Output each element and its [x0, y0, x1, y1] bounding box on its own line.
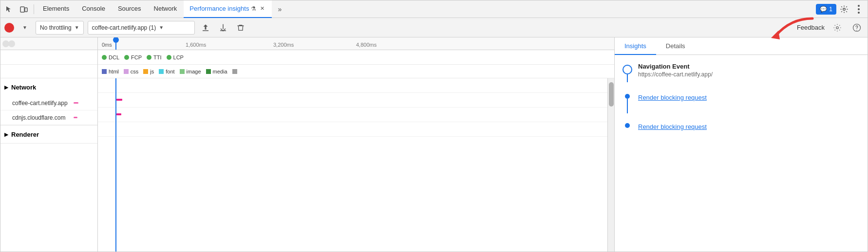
settings-icon[interactable] — [837, 2, 851, 16]
ruler-label-1600ms: 1,600ms — [186, 42, 206, 48]
upload-button[interactable] — [199, 21, 212, 35]
tab-elements[interactable]: Elements — [37, 0, 75, 18]
font-legend: font — [159, 69, 174, 74]
ruler-label-4800ms: 4,800ms — [356, 42, 377, 48]
resource-legend-bar: html css js font — [98, 65, 614, 78]
timeline-cursor-dot — [113, 37, 119, 43]
svg-point-7 — [836, 26, 839, 29]
cursor-icon[interactable] — [2, 2, 16, 16]
render-blocking-link-1[interactable]: Render blocking request — [638, 94, 707, 101]
more-tabs-icon[interactable]: » — [273, 2, 286, 16]
main-area: ▶ Network coffee-cart.netlify.app cdnjs.… — [0, 37, 868, 252]
other-legend — [232, 69, 237, 74]
timeline-ruler: 0ms 1,600ms 3,200ms 4,800ms — [98, 37, 614, 50]
help-icon[interactable] — [850, 21, 864, 35]
network-section-header[interactable]: ▶ Network — [0, 78, 97, 96]
image-legend: image — [180, 69, 201, 74]
render-blocking-link-2[interactable]: Render blocking request — [638, 123, 707, 130]
ruler-label-0ms: 0ms — [102, 42, 112, 48]
svg-point-4 — [858, 8, 860, 10]
network-section-title: Network — [11, 84, 36, 91]
sidebar-res-spacer — [0, 65, 98, 78]
svg-marker-6 — [771, 31, 780, 39]
js-legend: js — [143, 69, 154, 74]
css-legend: css — [124, 69, 139, 74]
renderer-section: ▶ Renderer — [0, 126, 97, 144]
tti-dot — [147, 55, 151, 60]
right-tabs: Insights Details — [615, 37, 868, 55]
timeline-track-4 — [98, 122, 614, 137]
chat-icon: 💬 — [820, 6, 827, 13]
right-panel: Insights Details Navigation Event https:… — [614, 37, 868, 252]
insight-timeline-1 — [623, 94, 632, 113]
timeline-scrollbar-thumb[interactable] — [609, 82, 614, 107]
list-item[interactable]: coffee-cart.netlify.app — [0, 96, 97, 110]
html-sq — [102, 69, 107, 74]
insight-content-1: Render blocking request — [638, 94, 707, 101]
sidebar-icon-2 — [8, 40, 15, 47]
tab-insights[interactable]: Insights — [615, 37, 656, 55]
insight-line-1 — [627, 99, 628, 113]
fcp-dot — [124, 55, 129, 60]
tab-network[interactable]: Network — [148, 0, 183, 18]
other-sq — [232, 69, 237, 74]
network-section: ▶ Network coffee-cart.netlify.app cdnjs.… — [0, 78, 97, 126]
tab-details[interactable]: Details — [656, 37, 695, 55]
css-sq — [124, 69, 129, 74]
timeline-track-2 — [98, 93, 614, 108]
timeline-scroll-area[interactable] — [98, 78, 614, 252]
device-toggle-icon[interactable] — [17, 2, 31, 16]
toolbar-row: ▼ No throttling ▼ coffee-cart.netlify.ap… — [0, 18, 868, 37]
ruler-label-3200ms: 3,200ms — [273, 42, 294, 48]
recording-dropdown[interactable]: coffee-cart.netlify.app (1) ▼ — [88, 21, 195, 35]
settings-gear-icon[interactable] — [830, 21, 844, 35]
navigation-event: Navigation Event https://coffee-cart.net… — [623, 63, 860, 82]
chat-badge-button[interactable]: 💬 1 — [816, 4, 836, 15]
insight-dot-2 — [625, 123, 630, 128]
tab-console[interactable]: Console — [76, 0, 111, 18]
kebab-menu-icon[interactable] — [852, 2, 866, 16]
nav-event-timeline — [623, 64, 632, 82]
image-sq — [180, 69, 185, 74]
timeline-tracks — [98, 78, 614, 252]
throttling-arrow-icon: ▼ — [75, 25, 79, 30]
svg-point-3 — [858, 5, 860, 7]
tti-legend: TTI — [147, 54, 162, 60]
dcl-dot — [102, 55, 107, 60]
recording-label: coffee-cart.netlify.app (1) — [92, 24, 156, 31]
svg-point-2 — [843, 8, 846, 10]
tab-performance-insights[interactable]: Performance insights ⚗ ✕ — [184, 0, 272, 18]
delete-button[interactable] — [234, 21, 247, 35]
download-button[interactable] — [216, 21, 230, 35]
nav-event-text: Navigation Event https://coffee-cart.net… — [638, 63, 713, 82]
recording-arrow-icon: ▼ — [159, 25, 164, 30]
tab-bar-left: Elements Console Sources Network Perform… — [2, 0, 286, 18]
tab-sources[interactable]: Sources — [112, 0, 147, 18]
red-arrow-indicator — [771, 16, 815, 43]
network-bar-1 — [74, 102, 78, 104]
network-expand-icon: ▶ — [4, 85, 8, 90]
svg-rect-0 — [20, 7, 24, 12]
list-item[interactable]: cdnjs.cloudflare.com — [0, 110, 97, 125]
event-legend-bar: DCL FCP TTI LCP — [98, 50, 614, 65]
left-side: ▶ Network coffee-cart.netlify.app cdnjs.… — [0, 37, 614, 252]
record-button[interactable] — [4, 23, 14, 33]
timeline-scrollbar[interactable] — [607, 78, 614, 252]
throttling-dropdown[interactable]: No throttling ▼ — [36, 21, 84, 35]
sidebar: ▶ Network coffee-cart.netlify.app cdnjs.… — [0, 37, 98, 252]
renderer-section-header[interactable]: ▶ Renderer — [0, 126, 97, 143]
js-sq — [143, 69, 148, 74]
network-request-bar-1 — [116, 99, 122, 101]
insight-item-2: Render blocking request — [623, 123, 860, 130]
html-legend: html — [102, 69, 119, 74]
timeline-main: 0ms 1,600ms 3,200ms 4,800ms — [98, 37, 614, 252]
sidebar-legend-spacer — [0, 50, 98, 65]
insight-dot-1 — [625, 94, 630, 99]
divider — [34, 4, 34, 14]
lcp-legend: LCP — [167, 54, 184, 60]
nav-event-line — [627, 74, 628, 82]
svg-rect-1 — [25, 8, 27, 12]
tab-close-icon[interactable]: ✕ — [258, 5, 266, 13]
tab-bar-right: 💬 1 — [816, 2, 866, 16]
record-dropdown-icon[interactable]: ▼ — [18, 21, 32, 35]
